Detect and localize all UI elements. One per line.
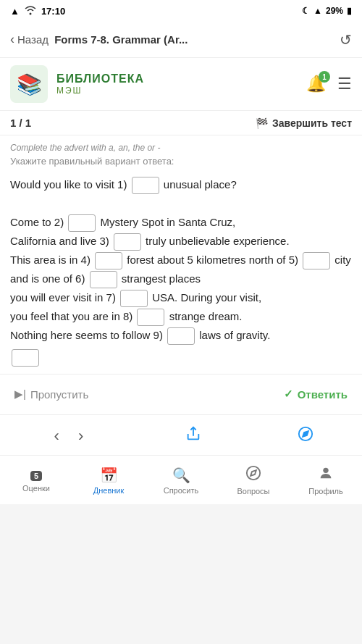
progress-text: 1 / 1	[10, 117, 31, 129]
content-area: Complete the advert with a, an, the or -…	[0, 135, 362, 374]
sentence-6-before: you feel that you are in 8)	[10, 310, 132, 322]
sentence-7-after: laws of gravity.	[199, 329, 270, 341]
action-bar: ▶| Пропустить ✓ Ответить	[0, 374, 362, 414]
back-icon: ‹	[10, 32, 14, 47]
library-sub: МЭШ	[56, 85, 298, 96]
answer-check-icon: ✓	[284, 388, 293, 401]
bell-button[interactable]: 🔔 1	[306, 75, 326, 93]
profile-label: Профиль	[308, 487, 343, 495]
location-icon: ▲	[313, 6, 322, 16]
svg-marker-3	[303, 431, 309, 437]
wifi-icon	[24, 5, 37, 17]
tab-questions[interactable]: Вопросы	[232, 465, 275, 495]
sentence-4-after3: strangest places	[122, 272, 201, 285]
answer-box-1[interactable]	[132, 177, 159, 194]
svg-point-4	[247, 467, 260, 480]
answer-box-3[interactable]	[114, 233, 141, 251]
status-right: ☾ ▲ 29% ▮	[302, 6, 352, 16]
flag-icon: 🏁	[256, 117, 268, 129]
nav-title: Forms 7-8. Grammar (Ar...	[51, 33, 188, 46]
answer-box-9[interactable]	[167, 327, 195, 345]
battery-percent: 29%	[326, 6, 343, 16]
sentence-1-after: unusual place?	[164, 178, 237, 191]
answer-button[interactable]: ✓ Ответить	[284, 388, 348, 401]
back-label: Назад	[17, 33, 49, 46]
answer-box-2[interactable]	[68, 214, 96, 232]
battery-icon: ▮	[347, 6, 352, 16]
tab-ask[interactable]: 🔍 Спросить	[159, 467, 203, 495]
sentence-2-after: Mystery Spot in Santa Cruz,	[101, 216, 236, 228]
sentence-7-before: Nothing here seems to follow 9)	[10, 329, 163, 341]
diary-label: Дневник	[93, 486, 125, 495]
finish-test-button[interactable]: 🏁 Завершить тест	[256, 117, 352, 129]
status-bar: ▲ 17:10 ☾ ▲ 29% ▮	[0, 0, 362, 22]
library-text: БИБЛИОТЕКА МЭШ	[56, 72, 298, 96]
answer-box-10[interactable]	[12, 349, 39, 367]
bell-badge: 1	[319, 71, 330, 83]
questions-label: Вопросы	[237, 487, 269, 495]
sentence-1-before: Would you like to visit 1)	[10, 178, 127, 191]
tab-diary[interactable]: 📅 Дневник	[87, 467, 130, 495]
skip-button[interactable]: ▶| Пропустить	[14, 388, 88, 401]
questions-icon	[245, 465, 261, 485]
moon-icon: ☾	[302, 6, 310, 16]
top-nav: ‹ Назад Forms 7-8. Grammar (Ar... ↺	[0, 22, 362, 58]
profile-icon	[318, 465, 334, 485]
signal-icon: ▲	[10, 6, 20, 17]
answer-label: Ответить	[298, 388, 348, 401]
status-left: ▲ 17:10	[10, 5, 65, 17]
answer-box-8[interactable]	[137, 309, 164, 326]
svg-marker-5	[251, 470, 256, 476]
grades-icon-wrap: 5	[30, 469, 42, 482]
sentence-3-after: truly unbelievable experience.	[146, 235, 289, 247]
library-name: БИБЛИОТЕКА	[56, 72, 298, 85]
grades-badge: 5	[30, 471, 42, 481]
svg-point-6	[323, 468, 328, 473]
tab-profile[interactable]: Профиль	[304, 465, 348, 495]
refresh-button[interactable]: ↺	[340, 31, 352, 49]
share-icon[interactable]	[185, 426, 201, 446]
diary-icon: 📅	[100, 467, 118, 484]
sentence-4-after: forest about 5 kilometres north of 5)	[127, 254, 298, 266]
ask-icon: 🔍	[172, 467, 190, 484]
header-icons: 🔔 1 ☰	[306, 75, 352, 93]
sentence-5-after: USA. During your visit,	[152, 291, 261, 304]
status-time: 17:10	[41, 6, 65, 17]
skip-label: Пропустить	[30, 388, 88, 401]
back-button[interactable]: ‹ Назад Forms 7-8. Grammar (Ar...	[10, 32, 340, 47]
library-header: 📚 БИБЛИОТЕКА МЭШ 🔔 1 ☰	[0, 58, 362, 111]
nav-back-arrow[interactable]: ‹	[49, 424, 65, 448]
instruction-subtitle: Укажите правильный вариант ответа:	[10, 156, 352, 167]
sentence-4-before: This area is in 4)	[10, 254, 90, 266]
skip-icon: ▶|	[14, 388, 26, 401]
grades-label: Оценки	[22, 484, 50, 493]
answer-box-6[interactable]	[90, 271, 117, 288]
sentence-6-after: strange dream.	[169, 310, 243, 322]
sentence-2-before: Come to 2)	[10, 216, 64, 228]
library-logo: 📚	[10, 65, 48, 103]
nav-bar: ‹ ›	[0, 414, 362, 455]
svg-point-0	[29, 12, 31, 14]
progress-bar: 1 / 1 🏁 Завершить тест	[0, 111, 362, 135]
nav-arrows: ‹ ›	[49, 424, 90, 448]
sentence-3-before: California and live 3)	[10, 235, 109, 247]
instruction-title: Complete the advert with a, an, the or -	[10, 143, 352, 153]
tab-bar: 5 Оценки 📅 Дневник 🔍 Спросить Вопросы Пр…	[0, 455, 362, 504]
sentence-5-before: you will ever visit in 7)	[10, 291, 116, 304]
answer-box-5[interactable]	[303, 252, 330, 269]
book-icon: 📚	[17, 72, 42, 96]
answer-box-7[interactable]	[120, 290, 148, 307]
ask-label: Спросить	[164, 486, 199, 495]
finish-label: Завершить тест	[272, 117, 352, 129]
hamburger-icon[interactable]: ☰	[337, 75, 352, 93]
tab-grades[interactable]: 5 Оценки	[14, 469, 58, 493]
nav-forward-arrow[interactable]: ›	[72, 424, 89, 448]
question-text: Would you like to visit 1) unusual place…	[10, 175, 352, 367]
answer-box-4[interactable]	[95, 252, 122, 269]
compass-icon[interactable]	[298, 426, 313, 446]
